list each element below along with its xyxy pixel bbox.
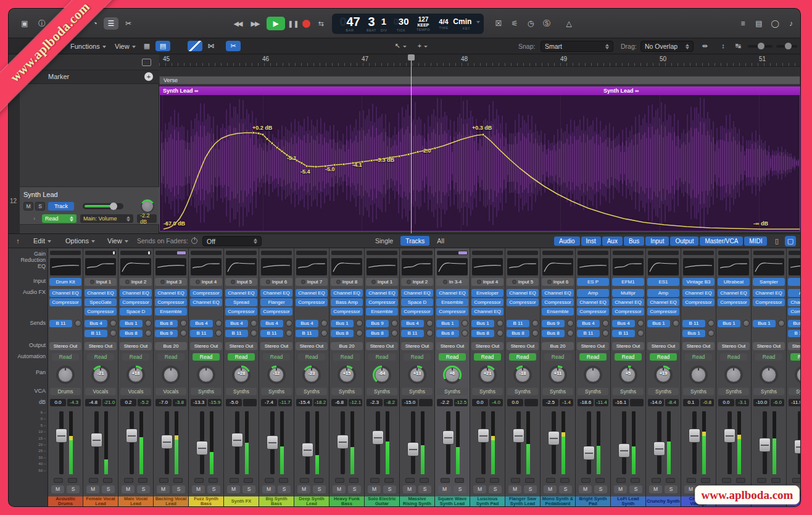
automation-mode-button[interactable]: Read	[368, 353, 396, 361]
automation-point[interactable]	[342, 163, 345, 165]
automation-mode-button[interactable]: Read	[650, 353, 677, 361]
input-slot[interactable]: Input 6	[542, 278, 574, 286]
send-bus-label[interactable]: B 11	[260, 330, 283, 337]
solo-button[interactable]: S	[629, 485, 642, 493]
record-enable-button[interactable]	[722, 478, 731, 483]
send-level-knob[interactable]	[426, 330, 433, 337]
send-bus-label[interactable]: Bus 1	[120, 320, 143, 327]
automation-point[interactable]	[271, 142, 273, 144]
functions-menu[interactable]: Functions	[70, 38, 106, 54]
horizontal-zoom-icon[interactable]: ↹	[731, 41, 745, 51]
send-level-knob[interactable]	[673, 320, 679, 327]
send-level-knob[interactable]	[110, 330, 117, 337]
fader-handle[interactable]	[513, 429, 524, 443]
input-monitor-button[interactable]	[455, 478, 464, 483]
rewind-button[interactable]: ◀◀	[230, 17, 246, 30]
send-level-knob[interactable]	[567, 330, 574, 337]
input-monitor-icon[interactable]	[196, 280, 200, 284]
view-mode-single[interactable]: Single	[370, 236, 398, 246]
vca-slot[interactable]: Synths	[683, 388, 714, 395]
send-level-knob[interactable]	[321, 320, 328, 327]
input-monitor-button[interactable]	[525, 478, 534, 483]
fx-slot[interactable]: Channel EQ	[296, 289, 328, 297]
vca-slot[interactable]: Synths	[578, 388, 608, 395]
fx-slot[interactable]: Ensemble	[436, 298, 468, 306]
fx-slot[interactable]: Compressor	[296, 298, 328, 306]
track-name-plate[interactable]: Acoustic Drums	[48, 496, 83, 506]
secondary-tool[interactable]: +	[413, 41, 432, 51]
media-browser-icon[interactable]: ♪	[784, 17, 798, 30]
send-slot[interactable]: Bus 4	[577, 320, 609, 327]
fx-slot[interactable]: Channel EQ	[331, 289, 363, 297]
fx-slot[interactable]: Compressor	[471, 298, 503, 306]
eq-thumbnail[interactable]	[331, 258, 362, 275]
volume-value[interactable]: -14.0	[648, 399, 664, 406]
send-slot[interactable]: Bus 1	[647, 320, 679, 327]
track-mute-button[interactable]: M	[23, 202, 33, 211]
fader-handle[interactable]	[583, 446, 595, 460]
clock-icon[interactable]: ◷	[523, 17, 538, 30]
fx-slot[interactable]: Compressor	[225, 308, 257, 316]
input-monitor-icon[interactable]	[547, 280, 552, 284]
eq-thumbnail[interactable]	[718, 258, 749, 275]
vca-slot[interactable]: Synths	[296, 388, 327, 395]
track-name-plate[interactable]: Solo Electric Guitar	[365, 496, 399, 506]
send-slot[interactable]: B 11	[788, 330, 800, 337]
output-slot[interactable]: Stereo Out	[612, 342, 644, 350]
solo-button[interactable]: S	[383, 485, 396, 493]
h-zoom-slider[interactable]	[776, 45, 797, 48]
mute-button[interactable]: M	[614, 485, 627, 493]
send-level-knob[interactable]	[356, 320, 363, 327]
eq-thumbnail[interactable]	[85, 258, 116, 275]
output-slot[interactable]: Stereo Out	[647, 342, 679, 350]
volume-value[interactable]: 0.2	[120, 399, 136, 406]
automation-point[interactable]	[370, 159, 373, 162]
send-bus-label[interactable]: B 11	[296, 330, 318, 337]
output-slot[interactable]: Bus 20	[542, 342, 574, 350]
fader-handle[interactable]	[653, 442, 665, 456]
input-monitor-icon[interactable]	[266, 280, 270, 284]
send-bus-label[interactable]: Bus 1	[753, 320, 776, 327]
fx-slot[interactable]: Space D	[120, 308, 152, 316]
fx-slot[interactable]: Compressor	[507, 298, 539, 306]
send-slot[interactable]: B 11	[507, 320, 539, 327]
pan-knob[interactable]: +15	[338, 366, 356, 384]
send-level-knob[interactable]	[637, 330, 644, 337]
send-slot[interactable]: Bus 8	[331, 330, 363, 337]
loops-browser-icon[interactable]: ◯	[768, 17, 782, 30]
track-name-plate[interactable]: Luscious Synth Pad	[470, 496, 505, 506]
fader-handle[interactable]	[548, 431, 560, 445]
filter-input[interactable]: Input	[645, 237, 669, 246]
track-name-plate[interactable]: Flanger Saw Synth Lead	[505, 496, 540, 506]
solo-button[interactable]: S	[242, 485, 255, 493]
pan-knob[interactable]: +18	[126, 366, 145, 384]
track-name-plate[interactable]: Mono Synth & Pedalboard	[541, 496, 575, 506]
send-level-knob[interactable]	[356, 330, 363, 337]
send-bus-label[interactable]: Bus 8	[507, 330, 529, 337]
fx-slot[interactable]: Amp	[577, 289, 609, 297]
eq-thumbnail[interactable]	[507, 258, 538, 275]
send-bus-label[interactable]: Bus 1	[331, 320, 354, 327]
pan-knob[interactable]	[795, 366, 800, 384]
solo-button[interactable]: S	[207, 485, 220, 493]
note-pads-icon[interactable]: ▤	[752, 17, 766, 30]
fader-handle[interactable]	[689, 429, 700, 443]
panel-icon[interactable]	[142, 59, 151, 66]
send-level-knob[interactable]	[743, 320, 750, 327]
vca-slot[interactable]: Synths	[507, 388, 538, 395]
volume-value[interactable]: -10.0	[753, 399, 769, 406]
mixer-options-menu[interactable]: Options	[65, 234, 95, 248]
send-slot[interactable]: Bus 8	[120, 330, 152, 337]
input-monitor-button[interactable]	[736, 478, 745, 483]
output-slot[interactable]: Stereo Out	[296, 342, 328, 350]
pan-knob[interactable]	[56, 366, 75, 384]
volume-value[interactable]: 0.0	[718, 399, 734, 406]
send-slot[interactable]: B 11	[85, 330, 117, 337]
drag-select[interactable]: No Overlap	[640, 41, 694, 52]
send-slot[interactable]: B 11	[296, 330, 328, 337]
fx-slot[interactable]: Channel EQ	[225, 289, 257, 297]
input-slot[interactable]: EFM1	[612, 278, 644, 286]
volume-value[interactable]: -4.8	[85, 399, 101, 406]
input-slot[interactable]: Input 6	[260, 278, 292, 286]
vertical-zoom-icon[interactable]: ↕	[716, 41, 731, 51]
